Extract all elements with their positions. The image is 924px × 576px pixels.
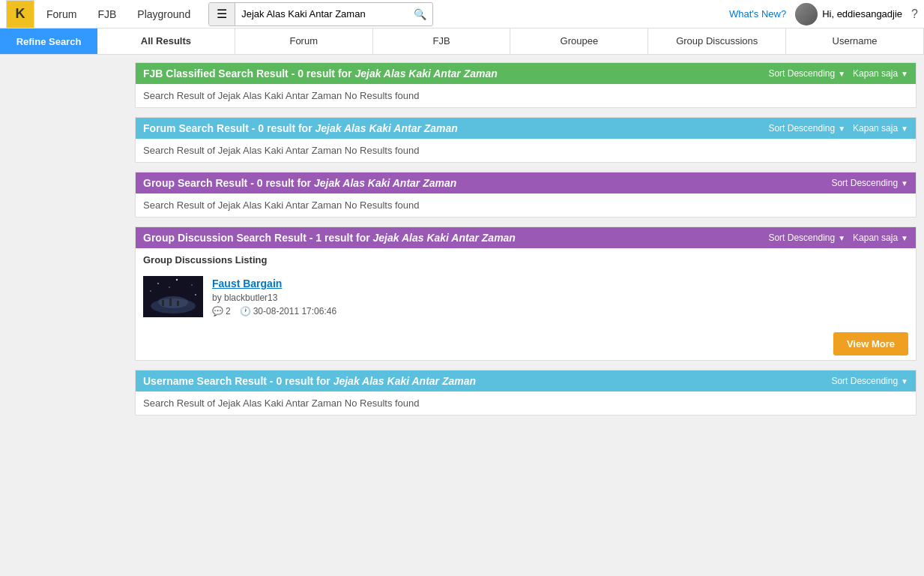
tab-fjb[interactable]: FJB <box>373 28 511 54</box>
user-area[interactable]: Hi, eddiesangadjie <box>795 3 902 26</box>
discussion-info: Faust Bargain by blackbutler13 💬 2 🕐 30-… <box>212 276 336 317</box>
group-discussion-section-body: Group Discussions Listing <box>136 248 916 328</box>
fjb-kapan-arrow: ▼ <box>901 70 908 78</box>
forum-sort[interactable]: Sort Descending ▼ <box>768 123 845 134</box>
whats-new-link[interactable]: What's New? <box>729 8 786 20</box>
discussion-thumbnail <box>143 276 203 317</box>
fjb-section: FJB Classified Search Result - 0 result … <box>135 62 917 108</box>
sub-navigation: Refine Search All Results Forum FJB Grou… <box>0 28 924 55</box>
comment-count: 💬 2 <box>212 306 231 316</box>
fjb-kapan[interactable]: Kapan saja ▼ <box>853 68 908 79</box>
view-more-container: View More <box>136 328 916 360</box>
forum-kapan-arrow: ▼ <box>901 124 908 133</box>
nav-right-area: What's New? Hi, eddiesangadjie ? <box>729 3 918 26</box>
username-no-results: Search Result of Jejak Alas Kaki Antar Z… <box>143 398 420 409</box>
group-sort-arrow: ▼ <box>901 179 908 188</box>
help-icon[interactable]: ? <box>911 8 918 21</box>
svg-rect-10 <box>169 298 172 306</box>
fjb-section-title: FJB Classified Search Result - 0 result … <box>143 68 498 80</box>
forum-result-count: - 0 result for Jejak Alas Kaki Antar Zam… <box>252 122 458 134</box>
user-greeting: Hi, eddiesangadjie <box>822 8 902 20</box>
fjb-result-count: - 0 result for Jejak Alas Kaki Antar Zam… <box>292 68 498 80</box>
search-button[interactable]: 🔍 <box>408 3 432 26</box>
group-discussion-section: Group Discussion Search Result - 1 resul… <box>135 226 917 361</box>
svg-point-6 <box>169 286 169 287</box>
svg-point-5 <box>195 294 196 296</box>
username-sort-arrow: ▼ <box>901 377 908 386</box>
tab-groupee[interactable]: Groupee <box>510 28 648 54</box>
search-input[interactable] <box>235 3 408 26</box>
username-section-title: Username Search Result - 0 result for Je… <box>143 375 476 387</box>
fjb-section-body: Search Result of Jejak Alas Kaki Antar Z… <box>136 84 916 107</box>
group-discussion-kapan[interactable]: Kapan saja ▼ <box>853 232 908 243</box>
group-discussion-section-title: Group Discussion Search Result - 1 resul… <box>143 232 516 244</box>
svg-rect-11 <box>177 301 179 306</box>
svg-point-3 <box>191 284 193 286</box>
discussion-meta: 💬 2 🕐 30-08-2011 17:06:46 <box>212 306 336 316</box>
group-discussion-controls: Sort Descending ▼ Kapan saja ▼ <box>768 232 908 243</box>
sidebar <box>0 55 127 432</box>
tab-forum[interactable]: Forum <box>235 28 373 54</box>
group-section-header: Group Search Result - 0 result for Jejak… <box>136 172 916 194</box>
group-section: Group Search Result - 0 result for Jejak… <box>135 172 917 218</box>
group-discussion-section-header: Group Discussion Search Result - 1 resul… <box>136 227 916 248</box>
disc-thumb-image <box>143 276 203 317</box>
search-bar: ☰ 🔍 <box>208 2 433 26</box>
group-result-count: - 0 result for Jejak Alas Kaki Antar Zam… <box>250 177 456 189</box>
tab-username[interactable]: Username <box>786 28 924 54</box>
forum-section-body: Search Result of Jejak Alas Kaki Antar Z… <box>136 139 916 162</box>
svg-point-4 <box>150 290 151 292</box>
refine-search-button[interactable]: Refine Search <box>0 28 97 54</box>
username-result-count: - 0 result for Jejak Alas Kaki Antar Zam… <box>270 375 476 387</box>
forum-kapan[interactable]: Kapan saja ▼ <box>853 123 908 134</box>
username-section-header: Username Search Result - 0 result for Je… <box>136 370 916 392</box>
discussion-author: by blackbutler13 <box>212 292 336 303</box>
svg-point-2 <box>176 279 178 280</box>
logo[interactable]: K <box>6 0 34 28</box>
view-more-button[interactable]: View More <box>833 332 908 356</box>
group-section-body: Search Result of Jejak Alas Kaki Antar Z… <box>136 194 916 217</box>
discussion-item: Faust Bargain by blackbutler13 💬 2 🕐 30-… <box>143 272 908 322</box>
fjb-controls: Sort Descending ▼ Kapan saja ▼ <box>768 68 908 79</box>
group-discussion-sort-arrow: ▼ <box>838 234 845 242</box>
avatar <box>795 3 818 26</box>
nav-playground[interactable]: Playground <box>128 0 199 28</box>
content-area: FJB Classified Search Result - 0 result … <box>127 55 924 432</box>
group-sort[interactable]: Sort Descending ▼ <box>831 178 908 188</box>
fjb-section-header: FJB Classified Search Result - 0 result … <box>136 63 916 84</box>
thumb-svg <box>143 276 203 317</box>
username-section-body: Search Result of Jejak Alas Kaki Antar Z… <box>136 392 916 415</box>
avatar-image <box>795 3 818 26</box>
username-section: Username Search Result - 0 result for Je… <box>135 370 917 416</box>
clock-icon: 🕐 <box>240 306 251 316</box>
forum-section-title: Forum Search Result - 0 result for Jejak… <box>143 122 458 134</box>
discussion-title[interactable]: Faust Bargain <box>212 278 336 290</box>
forum-no-results: Search Result of Jejak Alas Kaki Antar Z… <box>143 145 420 156</box>
hamburger-button[interactable]: ☰ <box>209 3 235 26</box>
nav-forum[interactable]: Forum <box>37 0 85 28</box>
username-controls: Sort Descending ▼ <box>831 376 908 386</box>
svg-point-1 <box>157 283 159 284</box>
fjb-no-results: Search Result of Jejak Alas Kaki Antar Z… <box>143 90 420 101</box>
svg-rect-9 <box>162 300 164 306</box>
post-date: 🕐 30-08-2011 17:06:46 <box>240 306 336 316</box>
group-section-title: Group Search Result - 0 result for Jejak… <box>143 177 456 189</box>
tab-group-discussions[interactable]: Group Discussions <box>648 28 786 54</box>
username-sort[interactable]: Sort Descending ▼ <box>831 376 908 386</box>
fjb-sort-arrow: ▼ <box>838 70 845 78</box>
group-no-results: Search Result of Jejak Alas Kaki Antar Z… <box>143 200 420 211</box>
group-discussion-kapan-arrow: ▼ <box>901 234 908 242</box>
forum-sort-arrow: ▼ <box>838 124 845 133</box>
fjb-sort[interactable]: Sort Descending ▼ <box>768 68 845 79</box>
group-discussion-sort[interactable]: Sort Descending ▼ <box>768 232 845 243</box>
tab-all-results[interactable]: All Results <box>97 28 235 54</box>
forum-controls: Sort Descending ▼ Kapan saja ▼ <box>768 123 908 134</box>
group-controls: Sort Descending ▼ <box>831 178 908 188</box>
top-navigation: K Forum FJB Playground ☰ 🔍 What's New? H… <box>0 0 924 28</box>
forum-section: Forum Search Result - 0 result for Jejak… <box>135 117 917 163</box>
comment-icon: 💬 <box>212 306 223 316</box>
forum-section-header: Forum Search Result - 0 result for Jejak… <box>136 118 916 139</box>
group-discussion-result-count: - 1 result for Jejak Alas Kaki Antar Zam… <box>309 232 516 244</box>
layout: FJB Classified Search Result - 0 result … <box>0 55 924 432</box>
nav-fjb[interactable]: FJB <box>88 0 125 28</box>
